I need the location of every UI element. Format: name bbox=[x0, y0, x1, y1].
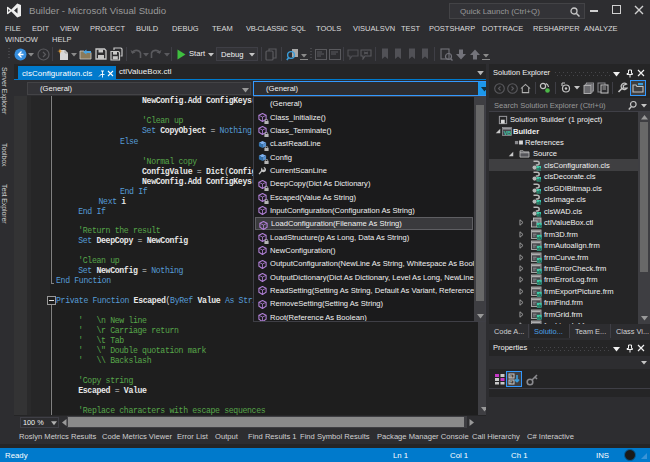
svg-text:a: a bbox=[509, 373, 512, 379]
svg-text:VB: VB bbox=[504, 129, 512, 135]
